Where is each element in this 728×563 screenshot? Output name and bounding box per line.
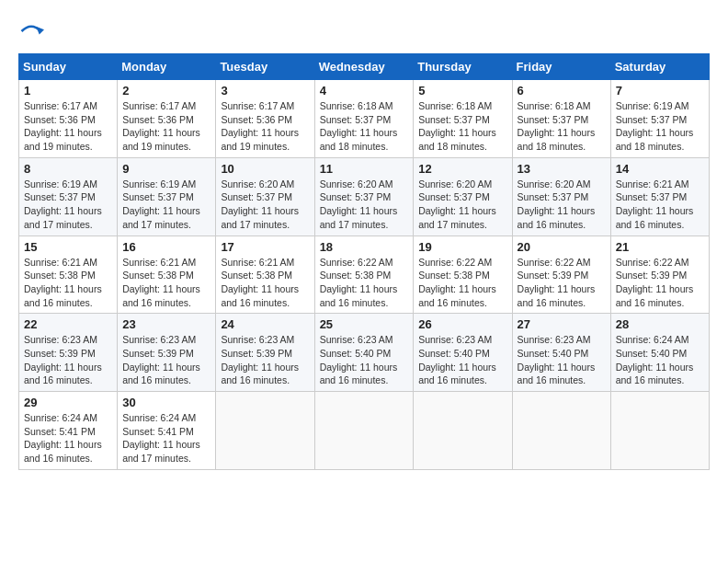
calendar-cell: 14Sunrise: 6:21 AMSunset: 5:37 PMDayligh… [610,157,709,236]
calendar-day-header: Sunday [19,54,118,80]
calendar-cell: 4Sunrise: 6:18 AMSunset: 5:37 PMDaylight… [314,80,414,158]
day-number: 25 [320,317,409,331]
calendar-cell: 15Sunrise: 6:21 AMSunset: 5:38 PMDayligh… [19,236,118,314]
day-info: Sunrise: 6:18 AMSunset: 5:37 PMDaylight:… [418,99,506,154]
day-number: 26 [418,317,506,331]
day-info: Sunrise: 6:24 AMSunset: 5:40 PMDaylight:… [616,333,704,387]
day-number: 23 [122,317,210,331]
calendar-cell: 30Sunrise: 6:24 AMSunset: 5:41 PMDayligh… [118,392,216,470]
day-number: 4 [320,84,409,98]
day-info: Sunrise: 6:20 AMSunset: 5:37 PMDaylight:… [418,178,506,232]
calendar-day-header: Tuesday [216,54,314,80]
logo [18,18,48,44]
calendar-week-row: 15Sunrise: 6:21 AMSunset: 5:38 PMDayligh… [19,236,710,314]
calendar-cell: 28Sunrise: 6:24 AMSunset: 5:40 PMDayligh… [610,314,709,392]
day-info: Sunrise: 6:20 AMSunset: 5:37 PMDaylight:… [518,178,606,232]
calendar-cell: 6Sunrise: 6:18 AMSunset: 5:37 PMDaylight… [512,80,610,158]
day-number: 16 [122,240,210,254]
calendar-cell: 25Sunrise: 6:23 AMSunset: 5:40 PMDayligh… [314,314,414,392]
day-info: Sunrise: 6:23 AMSunset: 5:39 PMDaylight:… [122,333,210,387]
calendar-cell: 8Sunrise: 6:19 AMSunset: 5:37 PMDaylight… [19,157,118,236]
calendar-cell: 18Sunrise: 6:22 AMSunset: 5:38 PMDayligh… [314,236,414,314]
day-info: Sunrise: 6:23 AMSunset: 5:40 PMDaylight:… [518,333,606,387]
day-info: Sunrise: 6:19 AMSunset: 5:37 PMDaylight:… [122,178,210,232]
day-number: 18 [320,240,409,254]
day-info: Sunrise: 6:21 AMSunset: 5:37 PMDaylight:… [616,178,704,232]
calendar-week-row: 1Sunrise: 6:17 AMSunset: 5:36 PMDaylight… [19,80,710,158]
day-info: Sunrise: 6:23 AMSunset: 5:40 PMDaylight:… [418,333,506,387]
calendar-week-row: 29Sunrise: 6:24 AMSunset: 5:41 PMDayligh… [19,392,710,470]
day-number: 7 [616,84,704,98]
day-number: 15 [24,240,112,254]
day-number: 10 [221,162,309,176]
calendar-cell: 9Sunrise: 6:19 AMSunset: 5:37 PMDaylight… [118,157,216,236]
day-info: Sunrise: 6:21 AMSunset: 5:38 PMDaylight:… [24,256,112,310]
day-number: 14 [616,162,704,176]
day-info: Sunrise: 6:24 AMSunset: 5:41 PMDaylight:… [24,411,112,465]
calendar-cell: 22Sunrise: 6:23 AMSunset: 5:39 PMDayligh… [19,314,118,392]
day-number: 11 [320,162,409,176]
day-number: 2 [122,84,210,98]
calendar-header-row: SundayMondayTuesdayWednesdayThursdayFrid… [19,54,710,80]
calendar-cell: 2Sunrise: 6:17 AMSunset: 5:36 PMDaylight… [118,80,216,158]
calendar-week-row: 22Sunrise: 6:23 AMSunset: 5:39 PMDayligh… [19,314,710,392]
calendar-cell: 27Sunrise: 6:23 AMSunset: 5:40 PMDayligh… [512,314,610,392]
calendar-cell [314,392,414,470]
calendar-day-header: Friday [512,54,610,80]
day-info: Sunrise: 6:23 AMSunset: 5:40 PMDaylight:… [320,333,409,387]
calendar-day-header: Saturday [610,54,709,80]
day-number: 3 [221,84,309,98]
calendar-cell: 20Sunrise: 6:22 AMSunset: 5:39 PMDayligh… [512,236,610,314]
logo-icon [18,18,44,44]
day-number: 12 [418,162,506,176]
day-number: 1 [24,84,112,98]
day-info: Sunrise: 6:17 AMSunset: 5:36 PMDaylight:… [221,99,309,154]
svg-marker-1 [36,27,44,35]
day-number: 9 [122,162,210,176]
day-number: 29 [24,396,112,409]
calendar-cell [512,392,610,470]
day-number: 30 [122,396,210,409]
day-info: Sunrise: 6:22 AMSunset: 5:38 PMDaylight:… [418,256,506,310]
day-number: 28 [616,317,704,331]
day-info: Sunrise: 6:23 AMSunset: 5:39 PMDaylight:… [24,333,112,387]
day-info: Sunrise: 6:18 AMSunset: 5:37 PMDaylight:… [518,99,606,154]
calendar-cell: 26Sunrise: 6:23 AMSunset: 5:40 PMDayligh… [414,314,512,392]
calendar-cell: 5Sunrise: 6:18 AMSunset: 5:37 PMDaylight… [414,80,512,158]
calendar-cell: 13Sunrise: 6:20 AMSunset: 5:37 PMDayligh… [512,157,610,236]
calendar-cell: 23Sunrise: 6:23 AMSunset: 5:39 PMDayligh… [118,314,216,392]
day-info: Sunrise: 6:22 AMSunset: 5:39 PMDaylight:… [616,256,704,310]
calendar-cell: 17Sunrise: 6:21 AMSunset: 5:38 PMDayligh… [216,236,314,314]
calendar-cell: 29Sunrise: 6:24 AMSunset: 5:41 PMDayligh… [19,392,118,470]
day-info: Sunrise: 6:17 AMSunset: 5:36 PMDaylight:… [122,99,210,154]
day-info: Sunrise: 6:24 AMSunset: 5:41 PMDaylight:… [122,411,210,465]
calendar-body: 1Sunrise: 6:17 AMSunset: 5:36 PMDaylight… [19,80,710,470]
calendar-cell: 11Sunrise: 6:20 AMSunset: 5:37 PMDayligh… [314,157,414,236]
calendar-week-row: 8Sunrise: 6:19 AMSunset: 5:37 PMDaylight… [19,157,710,236]
day-number: 17 [221,240,309,254]
day-number: 5 [418,84,506,98]
day-info: Sunrise: 6:21 AMSunset: 5:38 PMDaylight:… [221,256,309,310]
day-info: Sunrise: 6:18 AMSunset: 5:37 PMDaylight:… [320,99,409,154]
day-number: 6 [518,84,606,98]
day-number: 22 [24,317,112,331]
day-info: Sunrise: 6:22 AMSunset: 5:39 PMDaylight:… [518,256,606,310]
day-info: Sunrise: 6:21 AMSunset: 5:38 PMDaylight:… [122,256,210,310]
calendar-cell [414,392,512,470]
calendar-cell: 21Sunrise: 6:22 AMSunset: 5:39 PMDayligh… [610,236,709,314]
calendar-cell: 16Sunrise: 6:21 AMSunset: 5:38 PMDayligh… [118,236,216,314]
calendar-cell: 12Sunrise: 6:20 AMSunset: 5:37 PMDayligh… [414,157,512,236]
calendar-cell [216,392,314,470]
page-header [18,18,710,44]
day-number: 20 [518,240,606,254]
day-info: Sunrise: 6:20 AMSunset: 5:37 PMDaylight:… [320,178,409,232]
day-info: Sunrise: 6:20 AMSunset: 5:37 PMDaylight:… [221,178,309,232]
day-number: 8 [24,162,112,176]
calendar-cell: 10Sunrise: 6:20 AMSunset: 5:37 PMDayligh… [216,157,314,236]
calendar-cell: 24Sunrise: 6:23 AMSunset: 5:39 PMDayligh… [216,314,314,392]
day-info: Sunrise: 6:22 AMSunset: 5:38 PMDaylight:… [320,256,409,310]
day-number: 13 [518,162,606,176]
calendar-cell: 7Sunrise: 6:19 AMSunset: 5:37 PMDaylight… [610,80,709,158]
calendar-day-header: Thursday [414,54,512,80]
calendar-cell: 3Sunrise: 6:17 AMSunset: 5:36 PMDaylight… [216,80,314,158]
